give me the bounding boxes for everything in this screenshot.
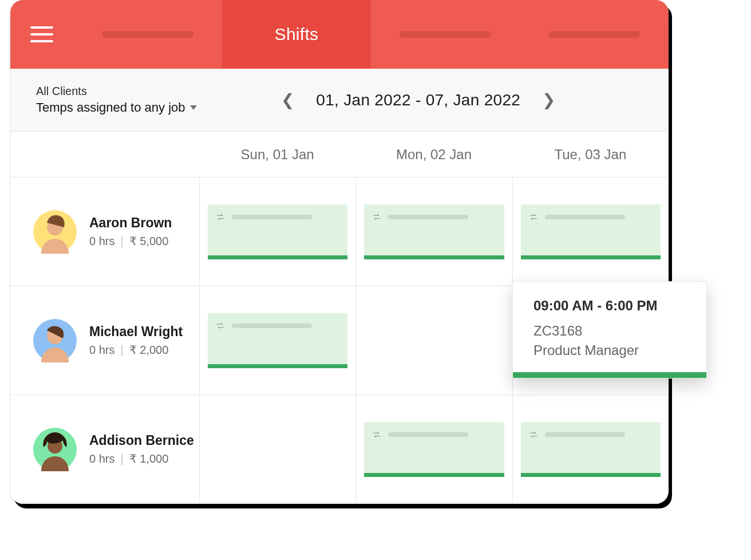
recurring-icon bbox=[216, 321, 225, 330]
person-hours: 0 hrs bbox=[89, 235, 114, 248]
schedule-row: Addison Bernice 0 hrs | ₹ 1,000 bbox=[10, 395, 669, 504]
person-meta: 0 hrs | ₹ 5,000 bbox=[89, 234, 172, 248]
temps-filter[interactable]: Temps assigned to any job bbox=[36, 100, 197, 115]
clients-filter[interactable]: All Clients bbox=[36, 85, 197, 98]
popover-code: ZC3168 bbox=[533, 323, 689, 339]
shift-block[interactable] bbox=[521, 204, 661, 259]
person-amount: ₹ 2,000 bbox=[129, 343, 169, 357]
shift-block[interactable] bbox=[208, 313, 347, 368]
nav-tab-shifts[interactable]: Shifts bbox=[222, 0, 371, 69]
tab-skeleton bbox=[548, 31, 640, 38]
shift-status-bar bbox=[364, 473, 504, 477]
day-header-2: Tue, 03 Jan bbox=[512, 132, 669, 177]
shift-skeleton bbox=[545, 432, 625, 437]
person-amount: ₹ 5,000 bbox=[129, 234, 169, 248]
tab-label: Shifts bbox=[275, 25, 319, 44]
person-hours: 0 hrs bbox=[89, 344, 114, 357]
popover-time: 09:00 AM - 6:00 PM bbox=[533, 298, 689, 314]
nav-tab-placeholder-2[interactable] bbox=[371, 0, 520, 69]
shift-skeleton bbox=[545, 215, 625, 219]
shift-status-bar bbox=[521, 255, 661, 259]
shift-status-bar bbox=[208, 255, 347, 259]
person-hours: 0 hrs bbox=[89, 452, 114, 466]
prev-week-button[interactable]: ❮ bbox=[275, 87, 300, 113]
date-navigator: ❮ 01, Jan 2022 - 07, Jan 2022 ❯ bbox=[197, 87, 641, 113]
schedule-row: Aaron Brown 0 hrs | ₹ 5,000 bbox=[10, 178, 669, 286]
shift-skeleton bbox=[388, 432, 468, 437]
nav-tabs: Shifts bbox=[73, 0, 669, 69]
day-cell[interactable] bbox=[199, 395, 355, 503]
day-cell[interactable] bbox=[512, 395, 669, 503]
person-meta: 0 hrs | ₹ 2,000 bbox=[89, 343, 183, 357]
recurring-icon bbox=[372, 430, 381, 439]
shift-block[interactable] bbox=[364, 204, 504, 259]
meta-separator: | bbox=[120, 235, 123, 248]
shift-skeleton bbox=[232, 215, 312, 219]
person-amount: ₹ 1,000 bbox=[129, 452, 169, 466]
day-cell[interactable] bbox=[355, 178, 512, 286]
filter-left: All Clients Temps assigned to any job bbox=[36, 85, 197, 115]
shift-skeleton bbox=[232, 324, 312, 328]
person-cell[interactable]: Aaron Brown 0 hrs | ₹ 5,000 bbox=[10, 178, 199, 286]
person-cell[interactable]: Addison Bernice 0 hrs | ₹ 1,000 bbox=[10, 395, 199, 503]
menu-icon bbox=[30, 26, 53, 42]
avatar bbox=[33, 428, 77, 471]
shift-popover: 09:00 AM - 6:00 PM ZC3168 Product Manage… bbox=[512, 281, 707, 378]
avatar bbox=[33, 319, 77, 362]
person-cell[interactable]: Michael Wright 0 hrs | ₹ 2,000 bbox=[10, 286, 199, 395]
date-range-label: 01, Jan 2022 - 07, Jan 2022 bbox=[316, 91, 520, 109]
shift-status-bar bbox=[521, 473, 661, 477]
filter-row: All Clients Temps assigned to any job ❮ … bbox=[10, 69, 669, 132]
recurring-icon bbox=[372, 212, 381, 222]
topbar: Shifts bbox=[10, 0, 669, 69]
nav-tab-placeholder-3[interactable] bbox=[520, 0, 669, 69]
day-cell[interactable] bbox=[355, 286, 512, 395]
day-cell[interactable] bbox=[512, 178, 669, 286]
person-column-header bbox=[10, 132, 199, 177]
person-name: Aaron Brown bbox=[89, 215, 172, 231]
app-frame: Shifts All Clients Temps assigned to any… bbox=[10, 0, 669, 504]
popover-content: 09:00 AM - 6:00 PM ZC3168 Product Manage… bbox=[513, 282, 706, 372]
next-week-button[interactable]: ❯ bbox=[536, 87, 561, 113]
recurring-icon bbox=[216, 212, 225, 222]
day-cell[interactable] bbox=[199, 178, 355, 286]
nav-tab-placeholder-1[interactable] bbox=[73, 0, 222, 69]
meta-separator: | bbox=[120, 452, 123, 466]
shift-skeleton bbox=[388, 215, 468, 219]
recurring-icon bbox=[529, 430, 538, 439]
recurring-icon bbox=[529, 212, 538, 222]
tab-skeleton bbox=[102, 31, 193, 38]
person-name: Michael Wright bbox=[89, 324, 183, 340]
person-info: Addison Bernice 0 hrs | ₹ 1,000 bbox=[89, 433, 194, 466]
temps-filter-label: Temps assigned to any job bbox=[36, 100, 185, 115]
popover-status-bar bbox=[513, 372, 706, 378]
tab-skeleton bbox=[400, 31, 491, 38]
person-name: Addison Bernice bbox=[89, 433, 194, 448]
day-cell[interactable] bbox=[355, 395, 512, 503]
person-info: Aaron Brown 0 hrs | ₹ 5,000 bbox=[89, 215, 172, 248]
shift-block[interactable] bbox=[208, 204, 347, 259]
day-cell[interactable] bbox=[199, 286, 355, 395]
day-header-row: Sun, 01 Jan Mon, 02 Jan Tue, 03 Jan bbox=[10, 132, 669, 178]
meta-separator: | bbox=[120, 344, 123, 357]
shift-block[interactable] bbox=[364, 422, 504, 477]
person-info: Michael Wright 0 hrs | ₹ 2,000 bbox=[89, 324, 183, 357]
day-header-1: Mon, 02 Jan bbox=[355, 132, 512, 177]
chevron-down-icon bbox=[190, 105, 197, 110]
person-meta: 0 hrs | ₹ 1,000 bbox=[89, 452, 194, 466]
shift-status-bar bbox=[208, 364, 347, 368]
shift-status-bar bbox=[364, 255, 504, 259]
shift-block[interactable] bbox=[521, 422, 661, 477]
day-header-0: Sun, 01 Jan bbox=[199, 132, 355, 177]
avatar bbox=[33, 210, 77, 254]
menu-button[interactable] bbox=[10, 0, 73, 69]
popover-role: Product Manager bbox=[533, 342, 689, 358]
